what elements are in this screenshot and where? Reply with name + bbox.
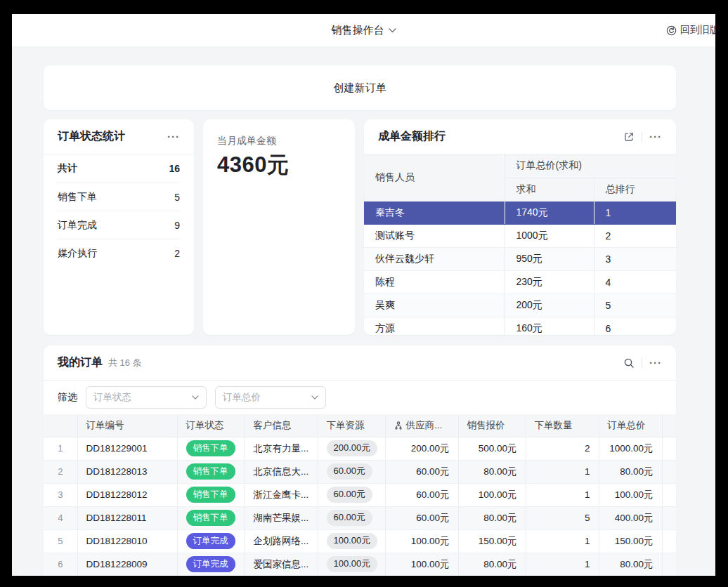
order-row[interactable]: 5 DD181228010 订单完成 企划路网络... 100.00元 100.… <box>44 529 676 553</box>
chevron-down-icon <box>389 28 396 33</box>
quantity-cell: 1 <box>526 553 599 576</box>
search-icon[interactable] <box>623 357 635 369</box>
chevron-down-icon <box>192 395 199 400</box>
quote-cell: 100.00元 <box>458 483 526 506</box>
total-cell: 150.00元 <box>599 529 662 553</box>
supplier-cell: 60.00元 <box>385 483 458 506</box>
quote-cell: 80.00元 <box>458 506 526 529</box>
rank-rank: 3 <box>594 247 676 270</box>
status-cell: 订单完成 <box>177 553 245 576</box>
quantity-cell: 1 <box>526 460 599 483</box>
stat-label: 共计 <box>58 162 77 175</box>
supplier-cell: 60.00元 <box>385 506 458 529</box>
status-badge: 销售下单 <box>186 440 235 456</box>
quantity-cell: 5 <box>526 506 599 529</box>
row-index: 3 <box>44 483 77 506</box>
icon-divider <box>642 358 642 368</box>
rank-person: 测试账号 <box>364 224 505 247</box>
supplier-cell: 100.00元 <box>385 553 458 576</box>
stat-value: 9 <box>174 220 180 231</box>
order-total-filter-placeholder: 订单总价 <box>223 391 261 404</box>
amount-ranking-card: 成单金额排行 ··· 销售人员 <box>364 119 676 335</box>
app-viewport: 销售操作台 回到旧版 创建新订单 订单状态统计 ··· <box>12 14 715 576</box>
resource-badge: 100.00元 <box>327 556 378 572</box>
create-new-order-button[interactable]: 创建新订单 <box>44 65 676 110</box>
col-header-resource[interactable]: 下单资源 <box>318 414 385 437</box>
col-header-customer[interactable]: 客户信息 <box>245 414 318 437</box>
col-header-order-total-group[interactable]: 订单总价(求和) <box>505 154 676 178</box>
customer-cell: 企划路网络... <box>245 529 318 553</box>
order-status-stats-header: 订单状态统计 ··· <box>44 119 194 154</box>
stat-value: 2 <box>174 248 180 259</box>
spare-cell <box>662 529 676 553</box>
status-badge: 订单完成 <box>186 556 235 572</box>
more-options-icon[interactable]: ··· <box>167 131 180 142</box>
col-header-quote[interactable]: 销售报价 <box>458 414 526 437</box>
order-row[interactable]: 4 DD181228011 销售下单 湖南芒果娱... 60.00元 60.00… <box>44 506 676 529</box>
order-no-cell: DD181229001 <box>77 437 177 460</box>
col-header-salesperson[interactable]: 销售人员 <box>364 154 505 201</box>
ranking-row-selected[interactable]: 秦吉冬 1740元 1 <box>364 201 676 224</box>
top-bar: 销售操作台 回到旧版 <box>12 14 715 46</box>
order-status-stats-list: 共计 16 销售下单 5 订单完成 9 媒介执行 2 <box>44 154 194 267</box>
col-header-total[interactable]: 订单总价 <box>599 414 662 437</box>
col-header-spare <box>662 414 676 437</box>
col-header-status[interactable]: 订单状态 <box>177 414 245 437</box>
back-to-old-version-link[interactable]: 回到旧版 <box>666 14 715 46</box>
stat-row-sales-order: 销售下单 5 <box>58 183 180 211</box>
stat-label: 媒介执行 <box>58 247 97 260</box>
rank-sum: 1740元 <box>505 201 594 224</box>
monthly-amount-card: 当月成单金额 4360元 <box>203 119 355 335</box>
rank-sum: 230元 <box>505 270 594 294</box>
rank-person: 秦吉冬 <box>364 201 505 224</box>
workspace-switcher[interactable]: 销售操作台 <box>332 24 396 37</box>
status-cell: 销售下单 <box>177 506 245 529</box>
order-row[interactable]: 1 DD181229001 销售下单 北京有力量... 200.00元 200.… <box>44 437 676 460</box>
ranking-row[interactable]: 伙伴云魏少轩 950元 3 <box>364 247 676 270</box>
more-options-icon[interactable]: ··· <box>649 131 662 142</box>
status-cell: 销售下单 <box>177 437 245 460</box>
order-status-filter-select[interactable]: 订单状态 <box>86 386 207 409</box>
customer-cell: 浙江金鹰卡... <box>245 483 318 506</box>
row-index: 6 <box>44 553 77 576</box>
stat-row-total: 共计 16 <box>58 154 180 183</box>
relation-sitemap-icon <box>394 421 403 430</box>
quote-cell: 500.00元 <box>458 437 526 460</box>
order-row[interactable]: 6 DD181228009 订单完成 爱国家信息... 100.00元 100.… <box>44 553 676 576</box>
resource-cell: 100.00元 <box>318 553 385 576</box>
quote-cell: 80.00元 <box>458 553 526 576</box>
ranking-row[interactable]: 陈程 230元 4 <box>364 270 676 294</box>
resource-cell: 100.00元 <box>318 529 385 553</box>
status-badge: 销售下单 <box>186 510 235 526</box>
order-no-cell: DD181228010 <box>77 529 177 553</box>
quantity-cell: 1 <box>526 529 599 553</box>
ranking-row[interactable]: 吴爽 200元 5 <box>364 294 676 317</box>
order-total-filter-select[interactable]: 订单总价 <box>215 386 326 409</box>
filter-row: 筛选 订单状态 订单总价 <box>44 381 676 414</box>
rank-sum: 160元 <box>505 317 594 335</box>
order-row[interactable]: 3 DD181228012 销售下单 浙江金鹰卡... 60.00元 60.00… <box>44 483 676 506</box>
customer-cell: 湖南芒果娱... <box>245 506 318 529</box>
col-header-supplier[interactable]: 供应商... <box>385 414 458 437</box>
resource-badge: 200.00元 <box>327 440 378 456</box>
row-index: 1 <box>44 437 77 460</box>
my-orders-title: 我的订单 <box>58 355 103 370</box>
order-status-stats-title: 订单状态统计 <box>58 129 125 144</box>
ranking-row[interactable]: 测试账号 1000元 2 <box>364 224 676 247</box>
col-header-order-no[interactable]: 订单编号 <box>77 414 177 437</box>
resource-badge: 60.00元 <box>327 487 373 503</box>
open-external-icon[interactable] <box>623 131 635 143</box>
back-to-old-version-label: 回到旧版 <box>680 24 715 37</box>
status-cell: 销售下单 <box>177 460 245 483</box>
stat-label: 订单完成 <box>58 219 97 232</box>
ranking-row[interactable]: 方源 160元 6 <box>364 317 676 335</box>
order-no-cell: DD181228012 <box>77 483 177 506</box>
col-header-supplier-label: 供应商... <box>406 419 443 432</box>
col-header-sum[interactable]: 求和 <box>505 178 594 201</box>
more-options-icon[interactable]: ··· <box>649 357 662 368</box>
monthly-amount-value: 4360元 <box>217 150 341 180</box>
col-header-rank[interactable]: 总排行 <box>594 178 676 201</box>
total-cell: 1000.00元 <box>599 437 662 460</box>
col-header-quantity[interactable]: 下单数量 <box>526 414 599 437</box>
order-row[interactable]: 2 DD181228013 销售下单 北京信息大... 60.00元 60.00… <box>44 460 676 483</box>
